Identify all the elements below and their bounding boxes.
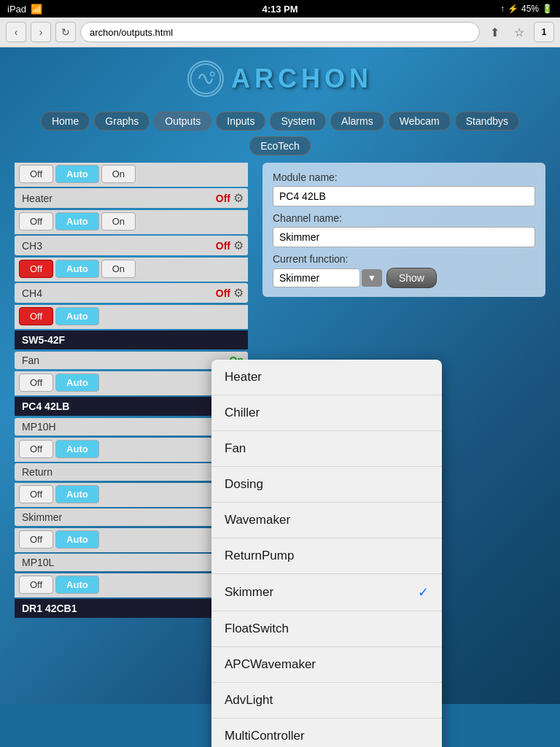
ch4-settings-icon[interactable]: ⚙ — [233, 286, 244, 300]
logo-icon — [187, 61, 224, 97]
return-off-btn[interactable]: Off — [19, 485, 53, 503]
dropdown-item-skimmer-label: Skimmer — [225, 585, 273, 600]
bluetooth-icon: ⚡ — [508, 4, 518, 14]
nav-menu: Home Graphs Outputs Inputs System Alarms… — [0, 106, 560, 136]
channel-input[interactable] — [273, 227, 535, 247]
nav-alarms[interactable]: Alarms — [330, 112, 384, 131]
mp10l-auto-btn[interactable]: Auto — [55, 576, 99, 594]
nav-webcam[interactable]: Webcam — [389, 112, 451, 131]
time-display: 4:13 PM — [262, 4, 298, 15]
function-row: Skimmer ▼ Show — [273, 268, 535, 288]
nav-inputs[interactable]: Inputs — [216, 112, 265, 131]
bookmark-button[interactable]: ☆ — [509, 22, 529, 42]
return-auto-btn[interactable]: Auto — [55, 485, 99, 503]
forward-button[interactable]: › — [31, 22, 51, 42]
mp10h-label: MP10H — [19, 421, 227, 433]
dropdown-item-chiller[interactable]: Chiller — [211, 395, 442, 431]
dropdown-item-heater[interactable]: Heater — [211, 360, 442, 395]
dropdown-item-multicontroller-label: MultiController — [225, 729, 305, 743]
battery-label: 45% — [521, 4, 539, 14]
dropdown-item-skimmer[interactable]: Skimmer ✓ — [211, 574, 442, 611]
return-label: Return — [19, 466, 227, 478]
skimmer-off-btn[interactable]: Off — [19, 530, 53, 549]
dropdown-item-returnpump-label: ReturnPump — [225, 549, 294, 563]
dropdown-item-floatswitch[interactable]: FloatSwitch — [211, 611, 442, 647]
heater-settings-icon[interactable]: ⚙ — [233, 191, 244, 205]
ch4-row: CH4 Off ⚙ — [15, 283, 248, 303]
ch1-auto-btn[interactable]: Auto — [55, 165, 99, 183]
dropdown-item-fan[interactable]: Fan — [211, 431, 442, 467]
dropdown-item-fan-label: Fan — [225, 441, 246, 456]
mp10h-off-btn[interactable]: Off — [19, 440, 53, 458]
carrier-label: iPad — [7, 4, 26, 15]
heater-label: Heater — [19, 193, 213, 204]
ch3-status: Off — [216, 240, 230, 252]
back-button[interactable]: ‹ — [6, 22, 26, 42]
fan-off-btn[interactable]: Off — [19, 374, 53, 392]
dropdown-item-multicontroller[interactable]: MultiController — [211, 719, 442, 747]
logo-area: ARCHON — [0, 47, 560, 106]
ch3-row: CH3 Off ⚙ — [15, 236, 248, 255]
dropdown-item-apcwavemaker[interactable]: APCWavemaker — [211, 647, 442, 683]
heater-row: Heater Off ⚙ — [15, 188, 248, 208]
ch1-on-btn[interactable]: On — [101, 165, 136, 183]
dropdown-item-returnpump[interactable]: ReturnPump — [211, 538, 442, 574]
module-form: Module name: Channel name: Current funct… — [262, 163, 545, 297]
ch2-auto-btn[interactable]: Auto — [55, 212, 99, 231]
ch3-off-btn[interactable]: Off — [19, 260, 53, 278]
ch4-auto-btn[interactable]: Auto — [55, 307, 99, 325]
nav-ecotech[interactable]: EcoTech — [249, 136, 311, 155]
ch3-settings-icon[interactable]: ⚙ — [233, 239, 244, 252]
tab-count[interactable]: 1 — [534, 22, 554, 42]
ch3-label: CH3 — [19, 240, 213, 252]
module-label: Module name: — [273, 171, 535, 183]
logo-text: ARCHON — [231, 63, 373, 94]
main-content: ARCHON Home Graphs Outputs Inputs System… — [0, 47, 560, 704]
ch2-on-btn[interactable]: On — [101, 212, 136, 231]
ch1-off-btn[interactable]: Off — [19, 165, 53, 183]
dropdown-item-heater-label: Heater — [225, 370, 262, 384]
dropdown-item-dosing[interactable]: Dosing — [211, 467, 442, 503]
ch3-on-btn[interactable]: On — [101, 260, 136, 278]
skimmer-label: Skimmer — [19, 511, 227, 523]
nav-outputs[interactable]: Outputs — [154, 112, 211, 131]
reload-button[interactable]: ↻ — [55, 22, 76, 42]
ch4-off-btn[interactable]: Off — [19, 307, 53, 325]
heater-status: Off — [216, 193, 230, 204]
ch3-auto-btn[interactable]: Auto — [55, 260, 99, 278]
dropdown-item-wavemaker[interactable]: Wavemaker — [211, 503, 442, 538]
dropdown-item-advlight-label: AdvLight — [225, 693, 273, 708]
nav-home[interactable]: Home — [41, 112, 90, 131]
battery-icon: 🔋 — [542, 4, 553, 14]
channel1-controls: Off Auto On — [15, 163, 248, 187]
browser-chrome: ‹ › ↻ archon/outputs.html ⬆ ☆ 1 — [0, 18, 560, 47]
mp10l-off-btn[interactable]: Off — [19, 576, 53, 594]
ch2-off-btn[interactable]: Off — [19, 212, 53, 231]
channel4-controls: Off Auto — [15, 305, 248, 329]
function-label: Current function: — [273, 253, 535, 265]
channel2-controls: Off Auto On — [15, 210, 248, 234]
dropdown-item-apcwavemaker-label: APCWavemaker — [225, 657, 316, 672]
url-text: archon/outputs.html — [90, 27, 173, 38]
svg-point-1 — [210, 72, 214, 77]
share-button[interactable]: ⬆ — [484, 22, 505, 42]
select-arrow-btn[interactable]: ▼ — [362, 269, 382, 287]
fan-label: Fan — [19, 355, 227, 366]
nav-graphs[interactable]: Graphs — [94, 112, 149, 131]
show-button[interactable]: Show — [386, 268, 437, 288]
mp10h-auto-btn[interactable]: Auto — [55, 440, 99, 458]
mp10l-label: MP10L — [19, 557, 227, 568]
url-bar[interactable]: archon/outputs.html — [80, 22, 480, 42]
fan-auto-btn[interactable]: Auto — [55, 374, 99, 392]
channel3-controls: Off Auto On — [15, 258, 248, 282]
function-dropdown: Heater Chiller Fan Dosing Wavemaker Retu… — [211, 360, 442, 747]
function-select[interactable]: Skimmer — [273, 268, 360, 287]
status-bar: iPad 📶 4:13 PM ↑ ⚡ 45% 🔋 — [0, 0, 560, 18]
dropdown-item-advlight[interactable]: AdvLight — [211, 683, 442, 719]
dropdown-item-floatswitch-label: FloatSwitch — [225, 622, 289, 636]
skimmer-auto-btn[interactable]: Auto — [55, 530, 99, 549]
nav-system[interactable]: System — [270, 112, 326, 131]
nav-standbys[interactable]: Standbys — [455, 112, 519, 131]
ch4-label: CH4 — [19, 287, 213, 299]
module-input[interactable] — [273, 186, 535, 206]
